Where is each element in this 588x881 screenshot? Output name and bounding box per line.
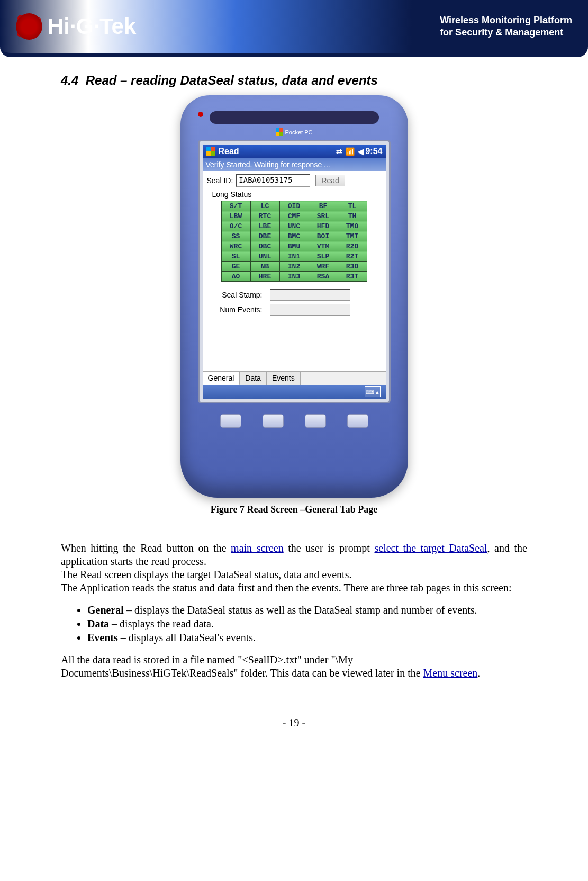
closing-paragraph: All the data read is stored in a file na…	[61, 653, 527, 680]
signal-icon: 📶	[346, 147, 355, 156]
brand-logo: Hi·G·Tek	[16, 13, 136, 40]
app-title: Read	[219, 147, 239, 156]
hw-button-4[interactable]	[347, 414, 368, 428]
seal-id-label: Seal ID:	[207, 176, 233, 185]
closing-b: .	[477, 667, 480, 679]
hardware-button-row	[180, 414, 408, 428]
status-cell: OID	[279, 201, 309, 211]
header-tagline: Wireless Monitoring Platform for Securit…	[440, 14, 572, 39]
windows-icon	[276, 128, 283, 136]
status-cell: VTM	[309, 241, 338, 251]
status-cell: O/C	[221, 221, 250, 231]
status-cell: IN2	[279, 262, 309, 272]
status-cell: AO	[221, 272, 250, 282]
section-heading: 4.4 Read – reading DataSeal status, data…	[61, 73, 527, 88]
tab-general[interactable]: General	[203, 372, 240, 385]
figure-caption: Figure 7 Read Screen –General Tab Page	[61, 504, 527, 515]
status-cell: BOI	[309, 231, 338, 241]
tab-descriptions-list: General – displays the DataSeal status a…	[87, 604, 527, 644]
hw-button-3[interactable]	[305, 414, 326, 428]
tab-events[interactable]: Events	[267, 372, 301, 385]
num-events-label: Num Events:	[207, 305, 263, 314]
p3: The Application reads the status and dat…	[61, 582, 512, 594]
pda-device: Pocket PC Read ⇄ 📶 ◀ 9:54 Verify Started…	[180, 95, 408, 498]
sip-bar: ⌨ ▴	[203, 385, 386, 399]
long-status-grid: S/TLCOIDBFTL LBWRTCCMFSRLTH O/CLBEUNCHFD…	[221, 201, 367, 282]
section-title-text: Read – reading DataSeal status, data and…	[86, 73, 378, 87]
link-main-screen[interactable]: main screen	[231, 542, 284, 554]
clock: 9:54	[365, 147, 382, 156]
status-cell: RTC	[250, 211, 279, 221]
status-cell: TMT	[338, 231, 367, 241]
status-cell: WRF	[309, 262, 338, 272]
status-cell: TMO	[338, 221, 367, 231]
seal-id-input[interactable]: IABA01053175	[236, 174, 310, 187]
status-cell: SRL	[309, 211, 338, 221]
bullet-general: General – displays the DataSeal status a…	[87, 604, 527, 616]
long-status-label: Long Status	[212, 190, 382, 199]
status-cell: UNC	[279, 221, 309, 231]
seal-stamp-label: Seal Stamp:	[207, 291, 263, 299]
globe-icon	[16, 13, 42, 40]
status-cell: CMF	[279, 211, 309, 221]
status-cell: SL	[221, 251, 250, 262]
p1-a: When hitting the Read button on the	[61, 542, 231, 554]
link-select-target-dataseal[interactable]: select the target DataSeal	[374, 542, 487, 554]
status-cell: R2O	[338, 241, 367, 251]
section-number: 4.4	[61, 73, 78, 87]
brand-text: Hi·G·Tek	[48, 14, 136, 39]
screen-bezel: Read ⇄ 📶 ◀ 9:54 Verify Started. Waiting …	[198, 140, 391, 403]
status-cell: HFD	[309, 221, 338, 231]
status-cell: BMC	[279, 231, 309, 241]
status-cell: DBE	[250, 231, 279, 241]
tab-bar: General Data Events	[203, 371, 386, 385]
bullet-data: Data – displays the read data.	[87, 618, 527, 630]
status-cell: TH	[338, 211, 367, 221]
page-header: Hi·G·Tek Wireless Monitoring Platform fo…	[0, 0, 588, 57]
link-menu-screen[interactable]: Menu screen	[423, 667, 478, 679]
window-titlebar: Read ⇄ 📶 ◀ 9:54	[203, 145, 386, 158]
pocketpc-branding: Pocket PC	[180, 128, 408, 136]
status-cell: WRC	[221, 241, 250, 251]
body-paragraphs: When hitting the Read button on the main…	[61, 542, 527, 595]
status-cell: R3T	[338, 272, 367, 282]
status-cell: BMU	[279, 241, 309, 251]
status-cell: BF	[309, 201, 338, 211]
keyboard-icon[interactable]: ⌨ ▴	[365, 386, 381, 397]
status-cell: LBE	[250, 221, 279, 231]
device-speaker-bar	[210, 111, 379, 124]
read-button[interactable]: Read	[315, 175, 345, 186]
hw-button-1[interactable]	[220, 414, 241, 428]
status-cell: TL	[338, 201, 367, 211]
pda-screen: Read ⇄ 📶 ◀ 9:54 Verify Started. Waiting …	[203, 145, 386, 399]
tagline-line2: for Security & Management	[440, 26, 572, 39]
status-cell: UNL	[250, 251, 279, 262]
status-cell: R2T	[338, 251, 367, 262]
status-cell: RSA	[309, 272, 338, 282]
closing-a: All the data read is stored in a file na…	[61, 654, 423, 679]
status-cell: IN1	[279, 251, 309, 262]
page-number: - 19 -	[61, 717, 527, 729]
status-cell: LBW	[221, 211, 250, 221]
status-cell: DBC	[250, 241, 279, 251]
connectivity-icon[interactable]: ⇄	[336, 147, 342, 156]
tab-data[interactable]: Data	[240, 372, 267, 385]
status-cell: R3O	[338, 262, 367, 272]
seal-stamp-field[interactable]	[270, 289, 350, 301]
tagline-line1: Wireless Monitoring Platform	[440, 14, 572, 26]
status-cell: IN3	[279, 272, 309, 282]
status-cell: HRE	[250, 272, 279, 282]
status-message: Verify Started. Waiting for response ...	[203, 158, 386, 171]
p1-b: the user is prompt	[284, 542, 375, 554]
status-cell: GE	[221, 262, 250, 272]
start-icon[interactable]	[206, 147, 215, 156]
status-cell: S/T	[221, 201, 250, 211]
volume-icon[interactable]: ◀	[358, 147, 364, 156]
status-cell: SS	[221, 231, 250, 241]
status-cell: SLP	[309, 251, 338, 262]
p2: The Read screen displays the target Data…	[61, 569, 351, 580]
bullet-events: Events – displays all DataSeal's events.	[87, 632, 527, 644]
hw-button-2[interactable]	[263, 414, 284, 428]
num-events-field[interactable]	[270, 304, 350, 316]
status-cell: LC	[250, 201, 279, 211]
